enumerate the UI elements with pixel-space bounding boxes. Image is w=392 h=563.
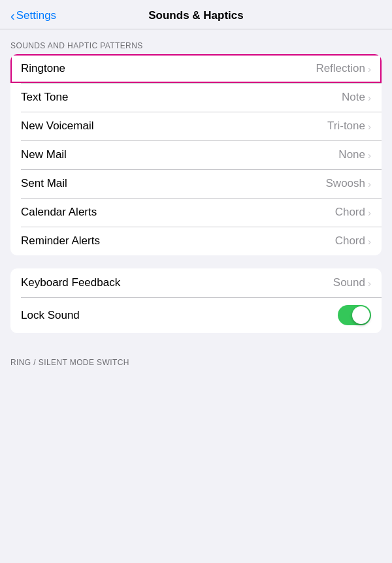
lock-sound-toggle[interactable] [338,305,371,325]
lock-sound-label: Lock Sound [21,309,80,322]
new-voicemail-chevron-icon: › [368,121,371,132]
new-voicemail-value-group: Tri-tone › [327,120,371,133]
new-voicemail-value: Tri-tone [327,120,365,133]
ringtone-value-group: Reflection › [316,62,371,75]
reminder-alerts-value-group: Chord › [335,234,371,248]
page-title: Sounds & Haptics [148,9,243,22]
feedback-card: Keyboard Feedback Sound › Lock Sound [10,268,382,333]
ringtone-chevron-icon: › [368,63,371,74]
reminder-alerts-row[interactable]: Reminder Alerts Chord › [10,227,382,255]
new-mail-value: None [338,148,365,161]
calendar-alerts-chevron-icon: › [368,207,371,218]
reminder-alerts-value: Chord [335,234,365,248]
sent-mail-row[interactable]: Sent Mail Swoosh › [10,169,382,198]
ringtone-row[interactable]: Ringtone Reflection › [10,54,382,83]
sent-mail-chevron-icon: › [368,178,371,189]
text-tone-row[interactable]: Text Tone Note › [10,83,382,112]
sent-mail-label: Sent Mail [21,177,67,190]
text-tone-label: Text Tone [21,91,68,104]
text-tone-value: Note [342,91,365,104]
back-chevron-icon: ‹ [10,9,15,22]
ringtone-label: Ringtone [21,62,65,75]
sounds-card: Ringtone Reflection › Text Tone Note › N… [10,54,382,255]
sent-mail-value: Swoosh [326,177,365,190]
keyboard-feedback-label: Keyboard Feedback [21,276,120,289]
back-button[interactable]: ‹ Settings [10,9,56,22]
reminder-alerts-label: Reminder Alerts [21,234,100,248]
new-mail-value-group: None › [338,148,371,161]
keyboard-feedback-value-group: Sound › [333,276,371,289]
new-mail-row[interactable]: New Mail None › [10,140,382,169]
calendar-alerts-label: Calendar Alerts [21,206,97,219]
ring-silent-section-label: RING / SILENT MODE SWITCH [0,346,392,371]
calendar-alerts-value: Chord [335,206,365,219]
calendar-alerts-row[interactable]: Calendar Alerts Chord › [10,198,382,227]
new-voicemail-label: New Voicemail [21,120,94,133]
keyboard-feedback-chevron-icon: › [368,278,371,289]
keyboard-feedback-row[interactable]: Keyboard Feedback Sound › [10,268,382,297]
sent-mail-value-group: Swoosh › [326,177,371,190]
navigation-bar: ‹ Settings Sounds & Haptics [0,0,392,29]
keyboard-feedback-value: Sound [333,276,365,289]
ringtone-value: Reflection [316,62,365,75]
toggle-knob [352,306,370,324]
calendar-alerts-value-group: Chord › [335,206,371,219]
text-tone-value-group: Note › [342,91,371,104]
text-tone-chevron-icon: › [368,92,371,103]
reminder-alerts-chevron-icon: › [368,236,371,247]
sounds-section-label: SOUNDS AND HAPTIC PATTERNS [0,29,392,54]
lock-sound-row[interactable]: Lock Sound [10,297,382,333]
new-voicemail-row[interactable]: New Voicemail Tri-tone › [10,112,382,140]
back-label: Settings [16,9,56,22]
new-mail-chevron-icon: › [368,150,371,161]
new-mail-label: New Mail [21,148,67,161]
